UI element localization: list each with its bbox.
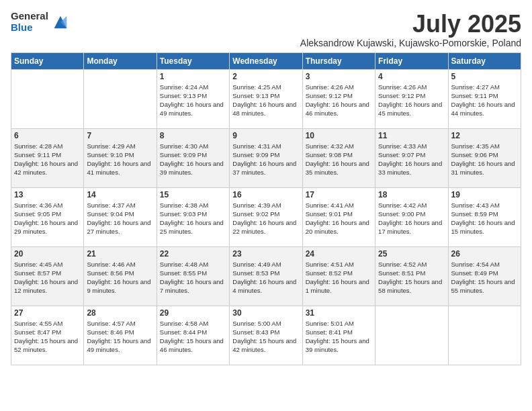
calendar-cell: 13Sunrise: 4:36 AM Sunset: 9:05 PM Dayli… [11, 187, 84, 246]
day-info: Sunrise: 4:30 AM Sunset: 9:09 PM Dayligh… [160, 142, 226, 177]
calendar-cell: 19Sunrise: 4:43 AM Sunset: 8:59 PM Dayli… [448, 187, 521, 246]
calendar-cell: 10Sunrise: 4:32 AM Sunset: 9:08 PM Dayli… [302, 128, 375, 187]
day-info: Sunrise: 4:51 AM Sunset: 8:52 PM Dayligh… [306, 260, 372, 295]
calendar-table: SundayMondayTuesdayWednesdayThursdayFrid… [11, 52, 521, 365]
day-number: 12 [451, 131, 518, 140]
calendar-cell: 31Sunrise: 5:01 AM Sunset: 8:41 PM Dayli… [302, 306, 375, 365]
day-info: Sunrise: 4:24 AM Sunset: 9:13 PM Dayligh… [160, 83, 226, 118]
calendar-cell: 20Sunrise: 4:45 AM Sunset: 8:57 PM Dayli… [11, 246, 84, 306]
calendar-cell: 26Sunrise: 4:54 AM Sunset: 8:49 PM Dayli… [448, 246, 521, 306]
day-number: 27 [14, 308, 81, 318]
day-info: Sunrise: 4:39 AM Sunset: 9:02 PM Dayligh… [232, 201, 299, 236]
calendar-cell: 30Sunrise: 5:00 AM Sunset: 8:43 PM Dayli… [230, 306, 302, 365]
day-info: Sunrise: 4:43 AM Sunset: 8:59 PM Dayligh… [451, 201, 518, 236]
day-info: Sunrise: 4:57 AM Sunset: 8:46 PM Dayligh… [87, 319, 153, 355]
calendar-cell: 2Sunrise: 4:25 AM Sunset: 9:13 PM Daylig… [230, 69, 302, 128]
header-monday: Monday [84, 52, 157, 69]
logo-icon [51, 13, 70, 32]
calendar-cell: 29Sunrise: 4:58 AM Sunset: 8:44 PM Dayli… [157, 306, 229, 365]
day-number: 5 [451, 72, 518, 81]
calendar-cell: 9Sunrise: 4:31 AM Sunset: 9:09 PM Daylig… [230, 128, 302, 187]
calendar-cell: 4Sunrise: 4:26 AM Sunset: 9:12 PM Daylig… [375, 69, 448, 128]
day-number: 22 [160, 249, 226, 259]
day-info: Sunrise: 4:26 AM Sunset: 9:12 PM Dayligh… [378, 83, 445, 118]
day-info: Sunrise: 4:32 AM Sunset: 9:08 PM Dayligh… [306, 142, 372, 177]
calendar-cell: 27Sunrise: 4:55 AM Sunset: 8:47 PM Dayli… [11, 306, 84, 365]
day-number: 20 [14, 249, 81, 259]
location-subtitle: Aleksandrow Kujawski, Kujawsko-Pomorskie… [300, 38, 521, 48]
calendar-cell: 18Sunrise: 4:42 AM Sunset: 9:00 PM Dayli… [375, 187, 448, 246]
day-info: Sunrise: 4:58 AM Sunset: 8:44 PM Dayligh… [160, 319, 226, 355]
day-info: Sunrise: 5:00 AM Sunset: 8:43 PM Dayligh… [232, 319, 299, 355]
day-info: Sunrise: 4:45 AM Sunset: 8:57 PM Dayligh… [14, 260, 81, 295]
calendar-cell [375, 306, 448, 365]
day-number: 18 [378, 190, 445, 199]
day-number: 30 [232, 308, 299, 318]
day-number: 11 [378, 131, 445, 140]
day-info: Sunrise: 4:26 AM Sunset: 9:12 PM Dayligh… [306, 83, 372, 118]
calendar-cell: 16Sunrise: 4:39 AM Sunset: 9:02 PM Dayli… [230, 187, 302, 246]
day-info: Sunrise: 4:55 AM Sunset: 8:47 PM Dayligh… [14, 319, 81, 355]
day-info: Sunrise: 4:35 AM Sunset: 9:06 PM Dayligh… [451, 142, 518, 177]
calendar-cell: 7Sunrise: 4:29 AM Sunset: 9:10 PM Daylig… [84, 128, 157, 187]
calendar-header-row: SundayMondayTuesdayWednesdayThursdayFrid… [11, 52, 521, 69]
day-info: Sunrise: 4:48 AM Sunset: 8:55 PM Dayligh… [160, 260, 226, 295]
day-number: 19 [451, 190, 518, 199]
day-info: Sunrise: 4:54 AM Sunset: 8:49 PM Dayligh… [451, 260, 518, 295]
day-number: 29 [160, 308, 226, 318]
header-sunday: Sunday [11, 52, 84, 69]
calendar-cell: 5Sunrise: 4:27 AM Sunset: 9:11 PM Daylig… [448, 69, 521, 128]
calendar-week-3: 13Sunrise: 4:36 AM Sunset: 9:05 PM Dayli… [11, 187, 521, 246]
page-header: General Blue July 2025 Aleksandrow Kujaw… [11, 11, 521, 48]
day-info: Sunrise: 4:28 AM Sunset: 9:11 PM Dayligh… [14, 142, 81, 177]
calendar-cell [11, 69, 84, 128]
day-info: Sunrise: 4:37 AM Sunset: 9:04 PM Dayligh… [87, 201, 153, 236]
calendar-cell: 23Sunrise: 4:49 AM Sunset: 8:53 PM Dayli… [230, 246, 302, 306]
day-number: 16 [232, 190, 299, 199]
day-info: Sunrise: 4:46 AM Sunset: 8:56 PM Dayligh… [87, 260, 153, 295]
calendar-week-1: 1Sunrise: 4:24 AM Sunset: 9:13 PM Daylig… [11, 69, 521, 128]
day-info: Sunrise: 4:33 AM Sunset: 9:07 PM Dayligh… [378, 142, 445, 177]
day-number: 13 [14, 190, 81, 199]
header-tuesday: Tuesday [157, 52, 229, 69]
day-number: 3 [306, 72, 372, 81]
calendar-cell: 3Sunrise: 4:26 AM Sunset: 9:12 PM Daylig… [302, 69, 375, 128]
calendar-cell: 12Sunrise: 4:35 AM Sunset: 9:06 PM Dayli… [448, 128, 521, 187]
day-number: 1 [160, 72, 226, 81]
day-number: 6 [14, 131, 81, 140]
day-info: Sunrise: 4:27 AM Sunset: 9:11 PM Dayligh… [451, 83, 518, 118]
logo-general-text: General [11, 11, 48, 22]
header-wednesday: Wednesday [230, 52, 302, 69]
calendar-cell: 22Sunrise: 4:48 AM Sunset: 8:55 PM Dayli… [157, 246, 229, 306]
title-block: July 2025 Aleksandrow Kujawski, Kujawsko… [300, 11, 521, 48]
day-info: Sunrise: 4:36 AM Sunset: 9:05 PM Dayligh… [14, 201, 81, 236]
header-saturday: Saturday [448, 52, 521, 69]
calendar-cell [84, 69, 157, 128]
calendar-cell: 17Sunrise: 4:41 AM Sunset: 9:01 PM Dayli… [302, 187, 375, 246]
calendar-cell: 28Sunrise: 4:57 AM Sunset: 8:46 PM Dayli… [84, 306, 157, 365]
day-number: 21 [87, 249, 153, 259]
day-number: 10 [306, 131, 372, 140]
day-info: Sunrise: 4:41 AM Sunset: 9:01 PM Dayligh… [306, 201, 372, 236]
calendar-cell [448, 306, 521, 365]
day-info: Sunrise: 4:49 AM Sunset: 8:53 PM Dayligh… [232, 260, 299, 295]
header-friday: Friday [375, 52, 448, 69]
day-number: 15 [160, 190, 226, 199]
day-info: Sunrise: 4:25 AM Sunset: 9:13 PM Dayligh… [232, 83, 299, 118]
day-number: 28 [87, 308, 153, 318]
calendar-cell: 11Sunrise: 4:33 AM Sunset: 9:07 PM Dayli… [375, 128, 448, 187]
calendar-cell: 8Sunrise: 4:30 AM Sunset: 9:09 PM Daylig… [157, 128, 229, 187]
day-number: 2 [232, 72, 299, 81]
calendar-cell: 1Sunrise: 4:24 AM Sunset: 9:13 PM Daylig… [157, 69, 229, 128]
calendar-cell: 14Sunrise: 4:37 AM Sunset: 9:04 PM Dayli… [84, 187, 157, 246]
header-thursday: Thursday [302, 52, 375, 69]
day-number: 8 [160, 131, 226, 140]
day-info: Sunrise: 5:01 AM Sunset: 8:41 PM Dayligh… [306, 319, 372, 355]
calendar-cell: 21Sunrise: 4:46 AM Sunset: 8:56 PM Dayli… [84, 246, 157, 306]
day-number: 24 [306, 249, 372, 259]
day-number: 7 [87, 131, 153, 140]
calendar-cell: 15Sunrise: 4:38 AM Sunset: 9:03 PM Dayli… [157, 187, 229, 246]
calendar-cell: 24Sunrise: 4:51 AM Sunset: 8:52 PM Dayli… [302, 246, 375, 306]
day-info: Sunrise: 4:52 AM Sunset: 8:51 PM Dayligh… [378, 260, 445, 295]
calendar-week-5: 27Sunrise: 4:55 AM Sunset: 8:47 PM Dayli… [11, 306, 521, 365]
